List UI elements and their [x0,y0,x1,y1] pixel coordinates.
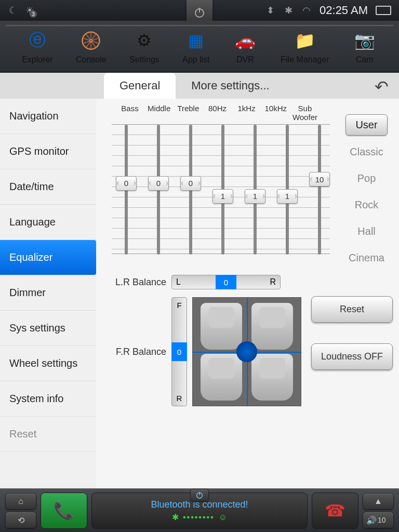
sidebar-gps[interactable]: GPS monitor [0,134,96,169]
eq-slider-10khz[interactable]: 1 [286,125,289,255]
eq-slider-subwoofer[interactable]: 10 [318,125,321,255]
sidebar-equalizer[interactable]: Equalizer [0,240,96,275]
eq-slider-bass[interactable]: 0 [125,125,128,255]
lr-balance-slider[interactable]: L 0 R [171,275,281,289]
folder-icon: 📁 [292,28,317,53]
settings-icon: ⚙ [132,28,157,53]
dock-settings[interactable]: ⚙Settings [129,28,159,64]
seat-front-left [201,303,242,350]
eq-thumb[interactable]: 1 [212,189,233,204]
equalizer-panel: Bass Middle Treble 80Hz 1kHz 10kHz Sub W… [96,99,399,488]
eq-slider-1khz[interactable]: 1 [254,125,257,255]
eq-slider-80hz[interactable]: 1 [221,125,224,255]
reset-button[interactable]: Reset [311,296,393,323]
preset-user[interactable]: User [345,114,387,136]
lr-balance: L.R Balance L 0 R [104,275,391,289]
eq-thumb[interactable]: 0 [148,176,169,191]
dock-filemanager[interactable]: 📁File Manager [281,28,329,64]
eq-sliders: 00011110 [112,124,330,254]
tab-more[interactable]: More settings... [176,73,285,99]
seat-front-right [251,303,293,350]
sidebar-sysinfo[interactable]: System info [0,381,96,417]
eq-thumb[interactable]: 1 [245,189,265,204]
sidebar-dimmer[interactable]: Dimmer [0,275,96,311]
applist-icon: ▦ [183,28,208,53]
sidebar-language[interactable]: Language [0,205,96,240]
sidebar-datetime[interactable]: Date/time [0,169,96,205]
console-icon: 🛞 [78,28,103,53]
app-dock: ⓔExplorer 🛞Console ⚙Settings ▦App list 🚗… [0,21,399,73]
sidebar-wheel[interactable]: Wheel settings [0,346,96,381]
preset-rock[interactable]: Rock [345,195,388,215]
clock: 02:25 AM [320,4,368,17]
call-answer-button[interactable]: 📞 [41,493,87,529]
eq-thumb[interactable]: 1 [277,189,298,204]
usb-icon: ⬍ [265,5,275,16]
fr-balance-slider[interactable]: F 0 R [171,297,187,406]
dock-explorer[interactable]: ⓔExplorer [22,28,53,64]
moon-icon: ☾ [8,5,18,16]
seat-rear-right [251,354,293,401]
cam-icon: 📷 [352,28,377,53]
seat-rear-left [201,354,242,401]
balance-seat-view[interactable] [192,297,301,406]
sidebar-navigation[interactable]: Navigation [0,99,96,134]
preset-cinema[interactable]: Cinema [339,248,394,268]
main-panel: General More settings... ↶ Navigation GP… [0,73,399,488]
bottom-bar: ⌂ ⟲ 📞 Bluetooth is connected! ✱ ••••••••… [0,488,399,532]
volume-up-button[interactable]: ▲ [363,493,394,510]
tab-general[interactable]: General [104,73,176,99]
lr-balance-thumb[interactable]: 0 [216,275,236,289]
dock-applist[interactable]: ▦App list [182,28,209,64]
loudness-button[interactable]: Loudness OFF [311,343,393,370]
status-bar: ☾ ☀3 ⬍ ✱ ◠ 02:25 AM [0,0,399,21]
smile-icon: ☺ [219,513,227,522]
wifi-icon: ◠ [301,5,312,16]
preset-classic[interactable]: Classic [340,142,392,162]
home-button[interactable]: ⌂ [5,493,36,510]
battery-icon [376,6,391,15]
back-button[interactable]: ↶ [375,77,389,97]
dock-cam[interactable]: 📷Cam [352,28,377,64]
eq-thumb[interactable]: 0 [180,176,201,191]
eq-slider-treble[interactable]: 0 [189,125,192,255]
brightness-icon: ☀3 [24,5,35,16]
tabs: General More settings... ↶ [0,73,399,99]
power-button-bottom[interactable] [190,489,209,501]
eq-slider-middle[interactable]: 0 [157,125,160,255]
call-hangup-button[interactable]: ☎ [312,493,358,529]
bt-status-panel[interactable]: Bluetooth is connected! ✱ •••••••• ☺ [91,493,308,529]
dock-dvr[interactable]: 🚗DVR [233,28,258,64]
fr-balance-thumb[interactable]: 0 [171,342,187,361]
eq-band-labels: Bass Middle Treble 80Hz 1kHz 10kHz Sub W… [104,104,322,122]
volume-down-button[interactable]: 🔊10 [363,512,394,528]
dock-console[interactable]: 🛞Console [76,28,107,64]
eq-thumb[interactable]: 0 [116,176,137,191]
eq-presets: User Classic Pop Rock Hall Cinema [339,114,394,268]
bluetooth-status-icon: ✱ [172,512,179,522]
settings-sidebar[interactable]: Navigation GPS monitor Date/time Languag… [0,99,96,488]
sidebar-sys[interactable]: Sys settings [0,311,96,346]
balance-point[interactable] [236,341,257,362]
preset-hall[interactable]: Hall [348,221,384,242]
dvr-icon: 🚗 [233,28,258,53]
bluetooth-icon: ✱ [283,5,294,16]
explorer-icon: ⓔ [25,28,50,53]
back-nav-button[interactable]: ⟲ [5,512,36,528]
preset-pop[interactable]: Pop [348,168,385,189]
sidebar-reset[interactable]: Reset [0,417,96,452]
eq-thumb[interactable]: 10 [309,172,330,187]
